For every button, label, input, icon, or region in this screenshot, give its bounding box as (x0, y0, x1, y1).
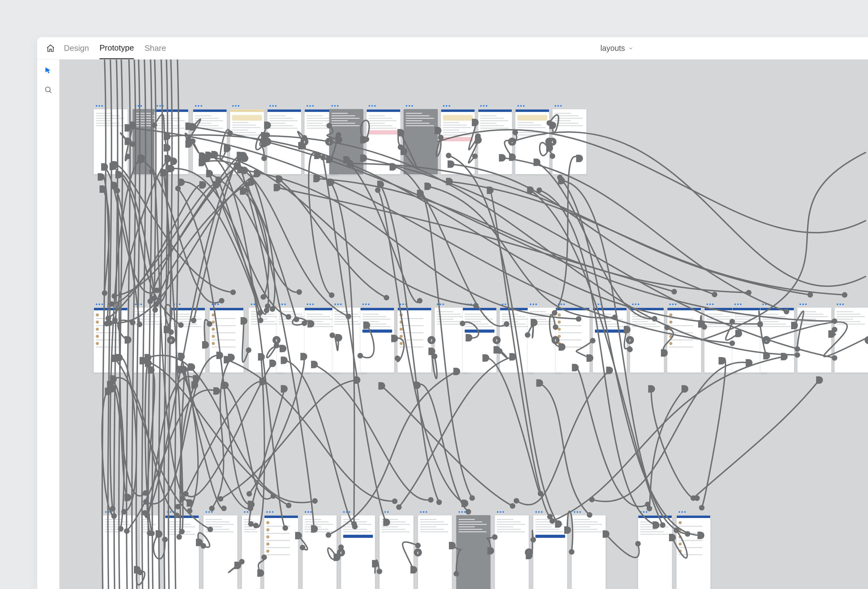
artboard[interactable] (154, 109, 189, 174)
top-bar: Design Prototype Share layouts (37, 37, 868, 59)
artboard[interactable] (834, 307, 868, 373)
artboard[interactable] (230, 109, 264, 174)
tab-design[interactable]: Design (64, 38, 89, 59)
svg-point-157 (183, 491, 189, 497)
artboard[interactable] (264, 515, 298, 589)
chevron-right-icon[interactable]: › (762, 336, 771, 344)
svg-point-115 (114, 188, 120, 193)
chevron-down-icon (628, 46, 634, 51)
svg-point-120 (375, 187, 381, 193)
svg-point-93 (312, 498, 318, 504)
chevron-right-icon[interactable]: › (508, 138, 516, 146)
svg-point-107 (645, 502, 650, 507)
artboard[interactable] (210, 307, 244, 373)
svg-point-140 (102, 290, 108, 296)
svg-point-108 (514, 498, 519, 503)
chevron-left-icon[interactable]: ‹ (263, 138, 271, 146)
chevron-left-icon[interactable]: ‹ (626, 336, 634, 344)
artboard[interactable] (593, 307, 627, 373)
artboard[interactable] (572, 515, 606, 589)
svg-point-101 (510, 503, 515, 509)
svg-point-71 (384, 295, 389, 300)
select-tool[interactable] (43, 65, 54, 76)
artboard[interactable] (555, 307, 590, 373)
chevron-right-icon[interactable]: › (493, 336, 500, 344)
svg-point-105 (396, 504, 402, 510)
artboard[interactable] (478, 109, 512, 174)
tool-rail (37, 59, 59, 589)
artboard[interactable] (242, 515, 260, 589)
artboard[interactable] (329, 109, 363, 174)
artboard[interactable] (140, 515, 159, 589)
artboard[interactable] (515, 109, 549, 174)
chevron-right-icon[interactable]: › (428, 336, 435, 344)
svg-point-61 (110, 506, 115, 512)
artboard[interactable] (171, 307, 205, 373)
svg-point-77 (807, 292, 813, 298)
artboard[interactable] (397, 307, 431, 373)
svg-point-123 (557, 174, 562, 180)
search-tool[interactable] (43, 84, 54, 96)
svg-point-95 (271, 493, 276, 499)
artboard[interactable] (797, 307, 831, 373)
artboard[interactable] (630, 307, 664, 373)
svg-point-142 (296, 289, 302, 295)
artboard[interactable] (165, 515, 199, 589)
artboard[interactable] (379, 515, 413, 589)
svg-point-96 (392, 499, 397, 504)
artboard[interactable] (360, 307, 394, 373)
document-name-dropdown[interactable]: layouts (601, 44, 634, 53)
svg-point-109 (694, 495, 700, 501)
artboard[interactable] (267, 109, 301, 174)
tab-share[interactable]: Share (145, 38, 166, 59)
artboard[interactable] (533, 515, 567, 589)
svg-point-99 (428, 497, 434, 502)
chevron-left-icon[interactable]: ‹ (337, 548, 345, 557)
home-icon[interactable] (46, 44, 55, 53)
svg-point-83 (842, 292, 847, 298)
artboard[interactable] (676, 515, 710, 589)
artboard[interactable] (441, 109, 475, 174)
app-window: Design Prototype Share layouts (37, 37, 868, 589)
svg-point-72 (672, 289, 677, 294)
svg-point-151 (209, 506, 214, 511)
chevron-left-icon[interactable]: ‹ (414, 548, 422, 557)
svg-point-117 (175, 186, 181, 191)
artboard[interactable] (94, 109, 128, 174)
svg-point-94 (187, 508, 192, 514)
artboard[interactable] (667, 307, 701, 373)
artboard[interactable] (103, 515, 137, 589)
artboard[interactable] (94, 307, 128, 373)
svg-point-166 (180, 496, 185, 501)
artboard[interactable] (341, 515, 375, 589)
chevron-left-icon[interactable]: ‹ (300, 138, 309, 146)
artboard[interactable] (404, 109, 438, 174)
svg-point-79 (436, 499, 442, 505)
artboard[interactable] (303, 515, 337, 589)
chevron-left-icon[interactable]: ‹ (167, 336, 175, 344)
mode-tabs: Design Prototype Share (64, 37, 166, 59)
svg-point-100 (218, 496, 223, 502)
chevron-left-icon[interactable]: ‹ (548, 138, 557, 146)
svg-point-62 (154, 301, 159, 307)
artboard[interactable] (456, 515, 490, 589)
chevron-right-icon[interactable]: › (525, 548, 533, 557)
artboard[interactable] (552, 109, 586, 174)
tab-prototype[interactable]: Prototype (99, 37, 134, 59)
artboard[interactable] (133, 307, 167, 373)
artboard[interactable] (203, 515, 238, 589)
svg-point-152 (143, 499, 149, 505)
artboard[interactable] (495, 515, 529, 589)
artboard[interactable] (638, 515, 672, 589)
prototype-canvas[interactable]: ‹‹‹››‹‹‹››‹‹››‹‹› (59, 59, 868, 589)
svg-point-81 (469, 495, 475, 501)
artboard[interactable] (366, 109, 400, 174)
chevron-left-icon[interactable]: ‹ (552, 336, 559, 344)
chevron-left-icon[interactable]: ‹ (325, 138, 333, 146)
chevron-left-icon[interactable]: ‹ (273, 336, 280, 344)
artboard[interactable] (462, 307, 497, 373)
artboard[interactable] (193, 109, 227, 174)
svg-point-102 (466, 509, 471, 515)
svg-point-165 (121, 509, 127, 515)
artboard[interactable] (418, 515, 452, 589)
